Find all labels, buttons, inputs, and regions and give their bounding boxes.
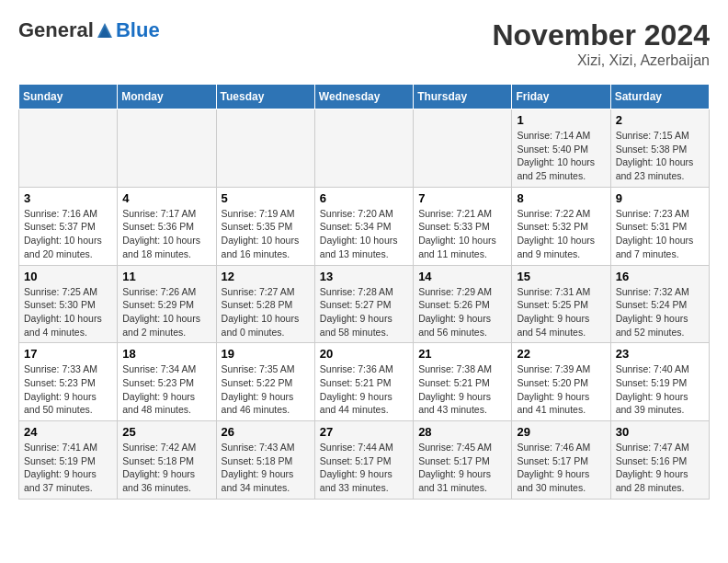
day-info: Sunrise: 7:35 AMSunset: 5:22 PMDaylight:… <box>222 362 310 417</box>
day-number: 27 <box>320 425 408 439</box>
day-info: Sunrise: 7:21 AMSunset: 5:33 PMDaylight:… <box>418 207 506 261</box>
calendar-cell <box>314 109 413 188</box>
calendar-cell: 10Sunrise: 7:25 AMSunset: 5:30 PMDayligh… <box>19 265 118 343</box>
day-number: 26 <box>222 425 310 439</box>
calendar-cell: 27Sunrise: 7:44 AMSunset: 5:17 PMDayligh… <box>314 421 413 500</box>
day-info: Sunrise: 7:40 AMSunset: 5:19 PMDaylight:… <box>616 362 704 417</box>
calendar-cell: 2Sunrise: 7:15 AMSunset: 5:38 PMDaylight… <box>610 109 709 188</box>
day-info: Sunrise: 7:26 AMSunset: 5:29 PMDaylight:… <box>122 285 210 339</box>
day-info: Sunrise: 7:19 AMSunset: 5:35 PMDaylight:… <box>222 207 310 261</box>
calendar-cell: 9Sunrise: 7:23 AMSunset: 5:31 PMDaylight… <box>610 187 709 265</box>
calendar-week-row: 17Sunrise: 7:33 AMSunset: 5:23 PMDayligh… <box>19 343 710 421</box>
calendar-cell <box>19 109 118 188</box>
header-saturday: Saturday <box>610 85 709 109</box>
logo-icon <box>96 21 114 40</box>
calendar-cell: 14Sunrise: 7:29 AMSunset: 5:26 PMDayligh… <box>414 265 512 343</box>
day-number: 24 <box>24 425 112 439</box>
day-number: 12 <box>222 270 310 283</box>
calendar-cell: 21Sunrise: 7:38 AMSunset: 5:21 PMDayligh… <box>414 343 512 421</box>
calendar-cell: 16Sunrise: 7:32 AMSunset: 5:24 PMDayligh… <box>610 265 709 343</box>
day-info: Sunrise: 7:14 AMSunset: 5:40 PMDaylight:… <box>517 129 605 183</box>
day-number: 8 <box>517 191 605 205</box>
day-info: Sunrise: 7:46 AMSunset: 5:17 PMDaylight:… <box>517 441 605 495</box>
calendar-cell: 26Sunrise: 7:43 AMSunset: 5:18 PMDayligh… <box>216 421 314 500</box>
calendar-cell: 17Sunrise: 7:33 AMSunset: 5:23 PMDayligh… <box>19 343 118 421</box>
calendar-cell: 18Sunrise: 7:34 AMSunset: 5:23 PMDayligh… <box>118 343 216 421</box>
day-number: 9 <box>616 191 704 205</box>
calendar-cell: 23Sunrise: 7:40 AMSunset: 5:19 PMDayligh… <box>610 343 709 421</box>
day-info: Sunrise: 7:32 AMSunset: 5:24 PMDaylight:… <box>616 285 704 339</box>
day-number: 1 <box>517 113 605 127</box>
calendar-cell <box>216 109 314 188</box>
calendar-cell: 11Sunrise: 7:26 AMSunset: 5:29 PMDayligh… <box>118 265 216 343</box>
logo-blue: Blue <box>116 18 160 42</box>
calendar-cell: 15Sunrise: 7:31 AMSunset: 5:25 PMDayligh… <box>512 265 610 343</box>
day-info: Sunrise: 7:28 AMSunset: 5:27 PMDaylight:… <box>320 285 408 339</box>
day-number: 17 <box>24 347 112 361</box>
calendar-cell: 8Sunrise: 7:22 AMSunset: 5:32 PMDaylight… <box>512 187 610 265</box>
calendar-week-row: 10Sunrise: 7:25 AMSunset: 5:30 PMDayligh… <box>19 265 710 343</box>
day-number: 11 <box>122 270 210 283</box>
calendar-cell: 25Sunrise: 7:42 AMSunset: 5:18 PMDayligh… <box>118 421 216 500</box>
day-number: 2 <box>616 113 704 127</box>
day-number: 10 <box>24 270 112 283</box>
day-info: Sunrise: 7:43 AMSunset: 5:18 PMDaylight:… <box>222 441 310 495</box>
calendar-table: SundayMondayTuesdayWednesdayThursdayFrid… <box>18 84 710 500</box>
calendar-header-row: SundayMondayTuesdayWednesdayThursdayFrid… <box>19 85 710 109</box>
calendar-cell: 24Sunrise: 7:41 AMSunset: 5:19 PMDayligh… <box>19 421 118 500</box>
calendar-week-row: 1Sunrise: 7:14 AMSunset: 5:40 PMDaylight… <box>19 109 710 188</box>
calendar-cell: 5Sunrise: 7:19 AMSunset: 5:35 PMDaylight… <box>216 187 314 265</box>
day-info: Sunrise: 7:36 AMSunset: 5:21 PMDaylight:… <box>320 362 408 417</box>
day-info: Sunrise: 7:27 AMSunset: 5:28 PMDaylight:… <box>222 285 310 339</box>
day-info: Sunrise: 7:44 AMSunset: 5:17 PMDaylight:… <box>320 441 408 495</box>
day-number: 13 <box>320 270 408 283</box>
calendar-cell: 13Sunrise: 7:28 AMSunset: 5:27 PMDayligh… <box>314 265 413 343</box>
day-info: Sunrise: 7:29 AMSunset: 5:26 PMDaylight:… <box>418 285 506 339</box>
day-number: 25 <box>122 425 210 439</box>
calendar-cell: 19Sunrise: 7:35 AMSunset: 5:22 PMDayligh… <box>216 343 314 421</box>
day-number: 29 <box>517 425 605 439</box>
page-title: November 2024 <box>492 18 710 52</box>
calendar-cell: 29Sunrise: 7:46 AMSunset: 5:17 PMDayligh… <box>512 421 610 500</box>
day-info: Sunrise: 7:16 AMSunset: 5:37 PMDaylight:… <box>24 207 112 261</box>
day-number: 4 <box>122 191 210 205</box>
calendar-cell: 3Sunrise: 7:16 AMSunset: 5:37 PMDaylight… <box>19 187 118 265</box>
day-info: Sunrise: 7:31 AMSunset: 5:25 PMDaylight:… <box>517 285 605 339</box>
calendar-week-row: 3Sunrise: 7:16 AMSunset: 5:37 PMDaylight… <box>19 187 710 265</box>
day-number: 7 <box>418 191 506 205</box>
day-number: 23 <box>616 347 704 361</box>
day-info: Sunrise: 7:23 AMSunset: 5:31 PMDaylight:… <box>616 207 704 261</box>
day-info: Sunrise: 7:34 AMSunset: 5:23 PMDaylight:… <box>122 362 210 417</box>
page-header: General Blue November 2024 Xizi, Xizi, A… <box>18 18 710 69</box>
title-block: November 2024 Xizi, Xizi, Azerbaijan <box>492 18 710 69</box>
calendar-cell <box>118 109 216 188</box>
logo-general: General <box>18 18 94 42</box>
day-number: 22 <box>517 347 605 361</box>
day-info: Sunrise: 7:25 AMSunset: 5:30 PMDaylight:… <box>24 285 112 339</box>
calendar-cell: 6Sunrise: 7:20 AMSunset: 5:34 PMDaylight… <box>314 187 413 265</box>
day-number: 19 <box>222 347 310 361</box>
calendar-week-row: 24Sunrise: 7:41 AMSunset: 5:19 PMDayligh… <box>19 421 710 500</box>
header-tuesday: Tuesday <box>216 85 314 109</box>
day-number: 15 <box>517 270 605 283</box>
calendar-cell: 28Sunrise: 7:45 AMSunset: 5:17 PMDayligh… <box>414 421 512 500</box>
day-info: Sunrise: 7:47 AMSunset: 5:16 PMDaylight:… <box>616 441 704 495</box>
day-info: Sunrise: 7:39 AMSunset: 5:20 PMDaylight:… <box>517 362 605 417</box>
calendar-cell: 12Sunrise: 7:27 AMSunset: 5:28 PMDayligh… <box>216 265 314 343</box>
day-number: 21 <box>418 347 506 361</box>
day-info: Sunrise: 7:15 AMSunset: 5:38 PMDaylight:… <box>616 129 704 183</box>
day-info: Sunrise: 7:38 AMSunset: 5:21 PMDaylight:… <box>418 362 506 417</box>
day-info: Sunrise: 7:20 AMSunset: 5:34 PMDaylight:… <box>320 207 408 261</box>
day-number: 18 <box>122 347 210 361</box>
day-number: 6 <box>320 191 408 205</box>
day-info: Sunrise: 7:17 AMSunset: 5:36 PMDaylight:… <box>122 207 210 261</box>
day-number: 28 <box>418 425 506 439</box>
day-info: Sunrise: 7:41 AMSunset: 5:19 PMDaylight:… <box>24 441 112 495</box>
header-friday: Friday <box>512 85 610 109</box>
calendar-cell <box>414 109 512 188</box>
calendar-cell: 22Sunrise: 7:39 AMSunset: 5:20 PMDayligh… <box>512 343 610 421</box>
day-number: 30 <box>616 425 704 439</box>
day-info: Sunrise: 7:42 AMSunset: 5:18 PMDaylight:… <box>122 441 210 495</box>
day-info: Sunrise: 7:45 AMSunset: 5:17 PMDaylight:… <box>418 441 506 495</box>
calendar-cell: 1Sunrise: 7:14 AMSunset: 5:40 PMDaylight… <box>512 109 610 188</box>
